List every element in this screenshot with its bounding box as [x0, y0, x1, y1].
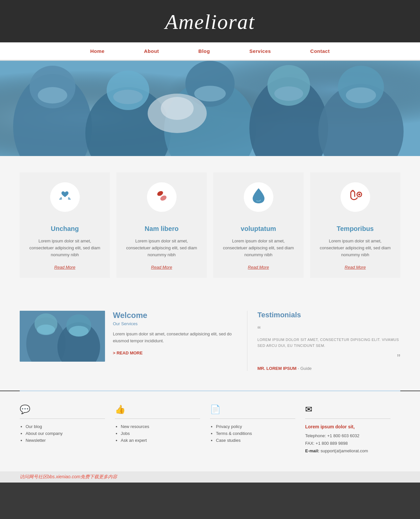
pills-icon — [154, 188, 170, 207]
welcome-title: Welcome — [113, 311, 234, 320]
read-more-3[interactable]: Read More — [248, 265, 269, 270]
service-title-1: Unchang — [51, 225, 79, 233]
resources-link[interactable]: New resources — [121, 424, 149, 429]
cases-link[interactable]: Case studies — [216, 438, 241, 443]
svg-point-16 — [113, 90, 143, 104]
svg-point-19 — [346, 87, 376, 103]
footer-col-resources: 👍 New resources Jobs Ask an expert — [115, 404, 210, 455]
footer-resources-list: New resources Jobs Ask an expert — [115, 424, 200, 443]
footer-grid: 💬 Our blog About our company Newsletter … — [20, 404, 400, 455]
list-item: Ask an expert — [121, 438, 200, 443]
hero-image — [0, 61, 420, 156]
service-card-3: voluptatum Lorem ipsum dolor sit amet, c… — [213, 172, 304, 278]
service-icon-wrap-4 — [341, 182, 370, 212]
fax: FAX: +1 800 889 9898 — [305, 440, 390, 447]
middle-section: Welcome Our Services Lorem ipsum dolor s… — [0, 294, 420, 390]
jobs-link[interactable]: Jobs — [121, 431, 130, 436]
chat-icon: 💬 — [20, 404, 105, 415]
list-item: Privacy policy — [216, 424, 295, 429]
list-item: Case studies — [216, 438, 295, 443]
telephone: Telephone: +1 800 603 6032 — [305, 432, 390, 440]
list-item: Our blog — [26, 424, 105, 429]
service-title-4: Temporibus — [337, 225, 374, 233]
service-icon-wrap-3 — [244, 182, 273, 212]
expert-link[interactable]: Ask an expert — [121, 438, 147, 443]
list-item: Jobs — [121, 431, 200, 436]
nav-blog[interactable]: Blog — [179, 42, 230, 61]
svg-point-18 — [274, 86, 303, 101]
quote-open-mark: “ — [257, 325, 400, 334]
read-more-4[interactable]: Read More — [345, 265, 366, 270]
author-name: MR. LOREM IPSUM — [257, 366, 296, 371]
svg-point-30 — [37, 325, 55, 335]
service-card-1: Unchang Lorem ipsum dolor sit amet, cons… — [20, 172, 110, 278]
footer-blog-list: Our blog About our company Newsletter — [20, 424, 105, 443]
main-nav: Home About Blog Services Contact — [0, 42, 420, 61]
svg-point-14 — [161, 97, 194, 120]
footer-col-legal: 📄 Privacy policy Terms & conditions Case… — [210, 404, 305, 455]
middle-inner: Welcome Our Services Lorem ipsum dolor s… — [20, 311, 400, 371]
email-address: E-mail: support(at)ameliorat.com — [305, 447, 390, 455]
site-footer: 💬 Our blog About our company Newsletter … — [0, 391, 420, 471]
service-icon-wrap-1 — [50, 182, 80, 212]
welcome-subtitle: Our Services — [113, 321, 234, 326]
services-section: Unchang Lorem ipsum dolor sit amet, cons… — [0, 156, 420, 294]
newsletter-link[interactable]: Newsletter — [26, 438, 46, 443]
list-item: Terms & conditions — [216, 431, 295, 436]
drop-icon — [251, 188, 266, 207]
svg-point-24 — [358, 193, 360, 195]
footer-col-contact: ✉ Lorem ipsum dolor sit, Telephone: +1 8… — [305, 404, 400, 455]
watermark-text: 访问网号社区bbs.xieniao.com免费下载更多内容 — [20, 474, 117, 479]
middle-left: Welcome Our Services Lorem ipsum dolor s… — [20, 311, 234, 371]
nav-home[interactable]: Home — [71, 42, 124, 61]
stethoscope-icon — [347, 188, 363, 207]
nav-services[interactable]: Services — [230, 42, 291, 61]
author-role: - Guide — [298, 366, 312, 371]
service-desc-4: Lorem ipsum dolor sit amet, consectetuer… — [317, 238, 394, 258]
read-more-1[interactable]: Read More — [54, 265, 75, 270]
list-item: Newsletter — [26, 438, 105, 443]
site-title: Ameliorat — [0, 10, 420, 34]
service-desc-1: Lorem ipsum dolor sit amet, consectetuer… — [26, 238, 103, 258]
privacy-link[interactable]: Privacy policy — [216, 424, 242, 429]
footer-col-blog: 💬 Our blog About our company Newsletter — [20, 404, 115, 455]
site-header: Ameliorat — [0, 0, 420, 42]
hero-banner — [0, 61, 420, 156]
services-grid: Unchang Lorem ipsum dolor sit amet, cons… — [20, 172, 400, 278]
service-icon-wrap-2 — [147, 182, 177, 212]
service-title-2: Nam libero — [145, 225, 178, 233]
document-icon: 📄 — [210, 404, 295, 415]
list-item: New resources — [121, 424, 200, 429]
service-title-3: voluptatum — [241, 225, 276, 233]
quote-author: MR. LOREM IPSUM - Guide — [257, 366, 400, 371]
nav-contact[interactable]: Contact — [291, 42, 349, 61]
quote-close-mark: ” — [257, 353, 400, 363]
svg-point-15 — [38, 87, 67, 103]
service-desc-3: Lorem ipsum dolor sit amet, consectetuer… — [220, 238, 297, 258]
service-card-2: Nam libero Lorem ipsum dolor sit amet, c… — [116, 172, 207, 278]
terms-link[interactable]: Terms & conditions — [216, 431, 252, 436]
list-item: About our company — [26, 431, 105, 436]
quote-text: LOREM IPSUM DOLOR SIT AMET, CONSECTETUR … — [257, 337, 400, 349]
svg-point-17 — [194, 86, 226, 102]
welcome-body: Lorem ipsum dolor sit amet, consectetur … — [113, 331, 234, 345]
service-card-4: Temporibus Lorem ipsum dolor sit amet, c… — [310, 172, 400, 278]
heart-hands-icon — [57, 188, 73, 207]
read-more-2[interactable]: Read More — [151, 265, 172, 270]
blog-link[interactable]: Our blog — [26, 424, 42, 429]
contact-info: Telephone: +1 800 603 6032 FAX: +1 800 8… — [305, 432, 390, 455]
email-icon: ✉ — [305, 404, 390, 415]
nav-about[interactable]: About — [124, 42, 179, 61]
thumbs-up-icon: 👍 — [115, 404, 200, 415]
service-desc-2: Lorem ipsum dolor sit amet, consectetuer… — [123, 238, 200, 258]
footer-legal-list: Privacy policy Terms & conditions Case s… — [210, 424, 295, 443]
testimonials-title: Testimonials — [257, 311, 400, 319]
company-link[interactable]: About our company — [26, 431, 63, 436]
welcome-text-block: Welcome Our Services Lorem ipsum dolor s… — [113, 311, 234, 371]
testimonials-block: Testimonials “ LOREM IPSUM DOLOR SIT AME… — [247, 311, 400, 371]
welcome-image — [20, 311, 105, 362]
svg-point-31 — [69, 326, 89, 336]
welcome-read-more[interactable]: > READ MORE — [113, 350, 143, 355]
watermark-bar: 访问网号社区bbs.xieniao.com免费下载更多内容 — [0, 471, 420, 483]
contact-title: Lorem ipsum dolor sit, — [305, 424, 390, 429]
